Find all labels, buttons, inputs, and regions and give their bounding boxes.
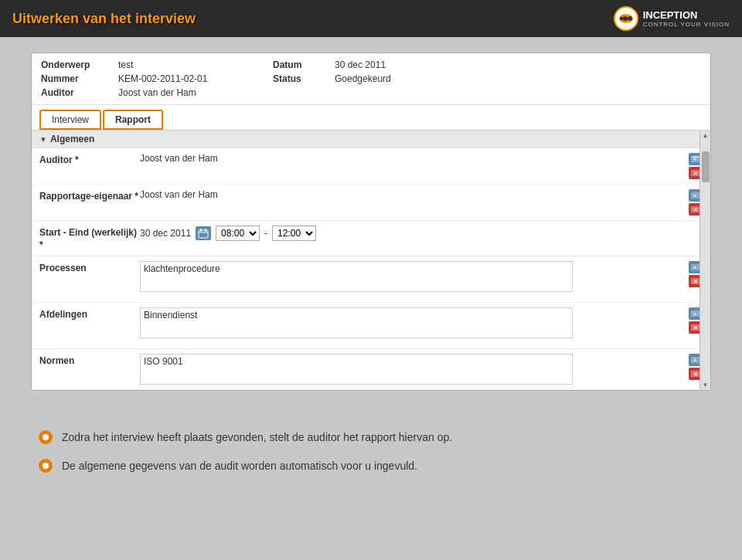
section-header: ▼ Algemeen	[32, 131, 710, 148]
form-row-eigenaar: Rapportage-eigenaar * Joost van der Ham …	[32, 185, 710, 221]
eigenaar-content: Joost van der Ham	[140, 189, 684, 200]
bullet-item-2: De algemene gegevens van de audit worden…	[39, 458, 703, 474]
afdelingen-field[interactable]: Binnendienst	[140, 307, 573, 338]
bullet-list: Zodra het interview heeft plaats gevonde…	[31, 414, 711, 494]
eye-icon	[619, 14, 633, 23]
time-end-select[interactable]: 12:00 13:00 14:00	[272, 226, 316, 241]
normen-label: Normen	[39, 354, 140, 368]
bullet-icon-1	[39, 430, 53, 444]
normen-field[interactable]: ISO 9001	[140, 354, 573, 385]
svg-text:✕: ✕	[693, 325, 698, 331]
tabs-area: Interview Rapport	[32, 105, 710, 131]
form-row-auditor: Auditor * Joost van der Ham +	[32, 148, 710, 185]
form-row-afdelingen: Afdelingen Binnendienst +	[32, 303, 710, 349]
collapse-arrow[interactable]: ▼	[39, 135, 47, 144]
eigenaar-label: Rapportage-eigenaar *	[39, 189, 140, 203]
time-start-select[interactable]: 08:00 09:00 10:00	[216, 226, 260, 241]
datetime-row: 30 dec 2011 08:00	[140, 226, 316, 241]
form-card: Onderwerp test Datum 30 dec 2011 Nummer …	[31, 53, 711, 391]
onderwerp-label: Onderwerp	[41, 59, 118, 70]
svg-text:+: +	[693, 193, 696, 199]
svg-text:+: +	[693, 157, 696, 162]
page-title: Uitwerken van het interview	[12, 11, 196, 27]
scroll-up-arrow[interactable]: ▲	[701, 131, 710, 141]
svg-text:✕: ✕	[693, 279, 698, 284]
datetime-label: Start - Eind (werkelijk) *	[39, 226, 140, 251]
nummer-label: Nummer	[41, 73, 118, 84]
bullet-icon-2	[39, 459, 53, 473]
logo-text-area: INCEPTION CONTROL YOUR VISION	[643, 9, 730, 29]
meta-info-section: Onderwerp test Datum 30 dec 2011 Nummer …	[32, 53, 710, 105]
form-row-processen: Processen klachtenprocedure +	[32, 256, 710, 303]
svg-text:+: +	[693, 265, 696, 270]
processen-field[interactable]: klachtenprocedure	[140, 261, 573, 292]
afdelingen-label: Afdelingen	[39, 307, 140, 321]
auditor-field-label: Auditor *	[39, 153, 140, 167]
form-fields: ▼ Algemeen Auditor * Joost van der Ham	[32, 131, 710, 390]
status-value: Goedgekeurd	[335, 73, 451, 84]
logo-subtitle: CONTROL YOUR VISION	[643, 21, 730, 28]
bullet-inner-2	[43, 463, 49, 469]
processen-label: Processen	[39, 261, 140, 275]
bullet-item-1: Zodra het interview heeft plaats gevonde…	[39, 429, 703, 446]
svg-text:✕: ✕	[693, 171, 698, 176]
processen-content: klachtenprocedure	[140, 261, 684, 292]
status-label: Status	[273, 73, 335, 84]
svg-rect-9	[199, 230, 208, 238]
form-body: ▼ Algemeen Auditor * Joost van der Ham	[32, 131, 710, 390]
bullet-text-2: De algemene gegevens van de audit worden…	[62, 458, 417, 474]
logo-icon	[614, 6, 638, 31]
section-label: Algemeen	[50, 134, 94, 144]
auditor-value: Joost van der Ham	[118, 87, 273, 98]
afdelingen-content: Binnendienst	[140, 307, 684, 338]
normen-content: ISO 9001	[140, 354, 684, 385]
header: Uitwerken van het interview INCEPTION CO…	[0, 0, 742, 37]
datum-label: Datum	[273, 59, 335, 70]
auditor-label: Auditor	[41, 87, 118, 98]
auditor-field-content: Joost van der Ham	[140, 153, 684, 164]
svg-text:✕: ✕	[693, 372, 698, 377]
form-row-normen: Normen ISO 9001 +	[32, 349, 710, 390]
onderwerp-value: test	[118, 59, 273, 70]
scrollbar[interactable]: ▲ ▼	[699, 131, 710, 390]
date-value: 30 dec 2011	[140, 228, 191, 239]
calendar-icon[interactable]	[196, 226, 211, 240]
datum-value: 30 dec 2011	[335, 59, 451, 70]
main-content: Onderwerp test Datum 30 dec 2011 Nummer …	[0, 37, 742, 560]
form-row-datetime: Start - Eind (werkelijk) * 30 dec 2011	[32, 221, 710, 256]
bullet-inner-1	[43, 434, 49, 440]
logo-name: INCEPTION	[643, 9, 730, 22]
bullet-text-1: Zodra het interview heeft plaats gevonde…	[62, 429, 452, 446]
meta-grid: Onderwerp test Datum 30 dec 2011 Nummer …	[41, 59, 701, 98]
svg-text:+: +	[693, 358, 696, 363]
tab-rapport[interactable]: Rapport	[103, 110, 163, 130]
tab-interview[interactable]: Interview	[39, 110, 101, 130]
logo-area: INCEPTION CONTROL YOUR VISION	[614, 6, 730, 31]
svg-text:+: +	[693, 311, 696, 317]
datetime-content: 30 dec 2011 08:00	[140, 226, 703, 241]
scrollbar-thumb[interactable]	[702, 151, 710, 182]
nummer-value: KEM-002-2011-02-01	[118, 73, 273, 84]
svg-text:✕: ✕	[693, 207, 698, 212]
scroll-down-arrow[interactable]: ▼	[701, 380, 710, 390]
